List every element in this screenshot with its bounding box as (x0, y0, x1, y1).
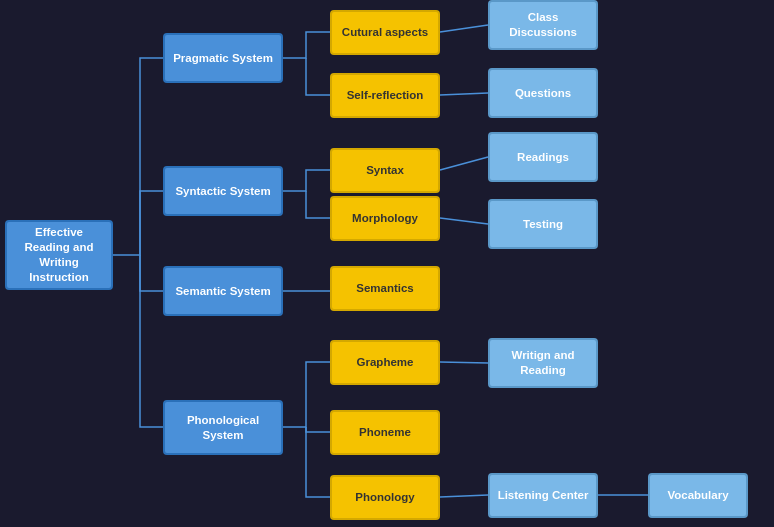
semantic-node: Semantic System (163, 266, 283, 316)
diagram: Effective Reading and Writing Instructio… (0, 0, 774, 527)
pragmatic-node: Pragmatic System (163, 33, 283, 83)
phonology-node: Phonology (330, 475, 440, 520)
morphology-node: Morphology (330, 196, 440, 241)
grapheme-node: Grapheme (330, 340, 440, 385)
svg-line-1 (440, 25, 488, 32)
syntax-node: Syntax (330, 148, 440, 193)
svg-line-6 (440, 495, 488, 497)
svg-line-5 (440, 362, 488, 363)
svg-line-2 (440, 93, 488, 95)
questions-node: Questions (488, 68, 598, 118)
svg-line-3 (440, 157, 488, 170)
testing-node: Testing (488, 199, 598, 249)
listeningcenter-node: Listening Center (488, 473, 598, 518)
vocabulary-node: Vocabulary (648, 473, 748, 518)
semantics-node: Semantics (330, 266, 440, 311)
phoneme-node: Phoneme (330, 410, 440, 455)
writingreading-node: Writign and Reading (488, 338, 598, 388)
root-node: Effective Reading and Writing Instructio… (5, 220, 113, 290)
svg-line-4 (440, 218, 488, 224)
syntactic-node: Syntactic System (163, 166, 283, 216)
selfreflect-node: Self-reflection (330, 73, 440, 118)
phonological-node: Phonological System (163, 400, 283, 455)
classdiscussions-node: Class Discussions (488, 0, 598, 50)
cultural-node: Cutural aspects (330, 10, 440, 55)
readings-node: Readings (488, 132, 598, 182)
